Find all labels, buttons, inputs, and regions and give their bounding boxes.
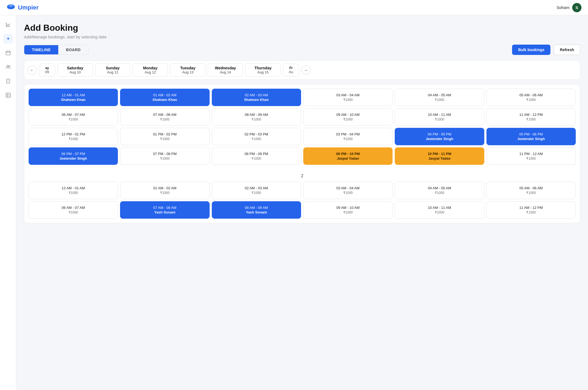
- date-cell-wed[interactable]: Wednesday Aug 14: [208, 63, 243, 77]
- tab-timeline[interactable]: TIMELINE: [24, 45, 58, 54]
- date-cell-partial-prev[interactable]: ay 09: [39, 64, 55, 76]
- svg-point-6: [9, 66, 10, 67]
- date-cell-thu[interactable]: Thursday Aug 15: [245, 63, 281, 77]
- sidebar-icon-calendar[interactable]: [3, 48, 13, 58]
- date-cell-sat[interactable]: Saturday Aug 10: [57, 63, 93, 77]
- slot-item[interactable]: 09 AM - 10 AM₹1000: [303, 108, 393, 126]
- slot-item[interactable]: 08 AM - 09 AMYash Sonani: [212, 201, 301, 219]
- date-prev-button[interactable]: ←: [27, 66, 37, 75]
- page-title: Add Booking: [24, 23, 580, 33]
- top-navigation: Umpier Soham S: [0, 0, 588, 15]
- slot-item[interactable]: 11 AM - 12 PM₹1000: [486, 108, 576, 126]
- slot-item[interactable]: 01 PM - 02 PM₹1000: [120, 128, 209, 145]
- svg-rect-7: [7, 79, 10, 83]
- slot-item[interactable]: 07 AM - 08 AMYash Sonani: [120, 201, 209, 219]
- slot-item[interactable]: 04 AM - 05 AM₹1000: [395, 182, 484, 199]
- slot-item[interactable]: 06 AM - 07 AM₹1000: [29, 201, 118, 219]
- date-cell-mon[interactable]: Monday Aug 12: [133, 63, 168, 77]
- slot-item[interactable]: 12 AM - 01 AMShaheen Khan: [29, 89, 118, 106]
- sidebar-icon-table[interactable]: [3, 90, 13, 100]
- section-1-grid: 12 AM - 01 AMShaheen Khan01 AM - 02 AMSh…: [24, 89, 580, 169]
- slot-item[interactable]: 10 AM - 11 AM₹1000: [395, 201, 484, 219]
- main-content: Add Booking Add/Manage bookings, start b…: [16, 15, 588, 390]
- section1-slot-grid: 12 AM - 01 AMShaheen Khan01 AM - 02 AMSh…: [29, 89, 576, 165]
- slot-item[interactable]: 05 PM - 06 PMJeetender Singh: [486, 128, 576, 145]
- slot-item[interactable]: 08 AM - 09 AM₹1000: [212, 108, 301, 126]
- svg-point-2: [10, 5, 12, 7]
- slot-item[interactable]: 07 PM - 08 PM₹1000: [120, 147, 209, 165]
- svg-rect-4: [6, 51, 10, 55]
- date-cell-partial-next[interactable]: Fr Au: [283, 64, 299, 76]
- slot-item[interactable]: 11 PM - 12 AM₹1000: [486, 147, 576, 165]
- slot-item[interactable]: 06 AM - 07 AM₹1000: [29, 108, 118, 126]
- section-2-grid: 12 AM - 01 AM₹100001 AM - 02 AM₹100002 A…: [24, 182, 580, 223]
- action-buttons: Bulk bookings Refresh: [512, 45, 580, 55]
- date-navigation: ← ay 09 Saturday Aug 10 Sunday Aug 11 Mo…: [24, 60, 580, 80]
- slot-item[interactable]: 04 AM - 05 AM₹1000: [395, 89, 484, 106]
- slot-item[interactable]: 05 AM - 06 AM₹1000: [486, 182, 576, 199]
- sidebar-icon-users[interactable]: [3, 62, 13, 72]
- slot-item[interactable]: 10 PM - 11 PMJaspal Yadav: [395, 147, 484, 165]
- sidebar-icon-chart[interactable]: [3, 20, 13, 29]
- sidebar-icon-clipboard[interactable]: [3, 76, 13, 86]
- timeline-container: 12 AM - 01 AMShaheen Khan01 AM - 02 AMSh…: [24, 84, 580, 223]
- bulk-bookings-button[interactable]: Bulk bookings: [512, 45, 550, 55]
- slot-item[interactable]: 09 PM - 10 PMJaspal Yadav: [303, 147, 393, 165]
- avatar[interactable]: S: [572, 3, 581, 12]
- slot-item[interactable]: 02 PM - 03 PM₹1000: [212, 128, 301, 145]
- slot-item[interactable]: 12 AM - 01 AM₹1000: [29, 182, 118, 199]
- tab-board[interactable]: BOARD: [58, 45, 88, 54]
- username: Soham: [556, 5, 569, 10]
- page-subtitle: Add/Manage bookings, start by selecting …: [24, 35, 580, 39]
- slot-item[interactable]: 11 AM - 12 PM₹1000: [486, 201, 576, 219]
- slot-item[interactable]: 01 AM - 02 AMShaheen Khan: [120, 89, 209, 106]
- svg-point-5: [7, 65, 8, 67]
- sidebar-icon-add[interactable]: [3, 34, 13, 44]
- slot-item[interactable]: 07 AM - 08 AM₹1000: [120, 108, 209, 126]
- brand-area: Umpier: [7, 3, 39, 12]
- slot-item[interactable]: 03 AM - 04 AM₹1000: [303, 89, 393, 106]
- slot-item[interactable]: 02 AM - 03 AM₹1000: [212, 182, 301, 199]
- tabs-row: TIMELINE BOARD Bulk bookings Refresh: [24, 45, 580, 55]
- slot-item[interactable]: 03 AM - 04 AM₹1000: [303, 182, 393, 199]
- slot-item[interactable]: 10 AM - 11 AM₹1000: [395, 108, 484, 126]
- slot-item[interactable]: 04 PM - 05 PMJeetender Singh: [395, 128, 484, 145]
- logo-icon: [7, 3, 15, 12]
- slot-item[interactable]: 01 AM - 02 AM₹1000: [120, 182, 209, 199]
- section-2-label: 2: [24, 169, 580, 182]
- slot-item[interactable]: 02 AM - 03 AMShaheen Khan: [212, 89, 301, 106]
- date-next-button[interactable]: →: [301, 66, 311, 75]
- date-cell-sun[interactable]: Sunday Aug 11: [95, 63, 130, 77]
- view-tabs: TIMELINE BOARD: [24, 45, 88, 55]
- slot-item[interactable]: 05 AM - 06 AM₹1000: [486, 89, 576, 106]
- slot-item[interactable]: 03 PM - 04 PM₹1000: [303, 128, 393, 145]
- section2-slot-grid: 12 AM - 01 AM₹100001 AM - 02 AM₹100002 A…: [29, 182, 576, 219]
- slot-item[interactable]: 06 PM - 07 PMJeetender Singh: [29, 147, 118, 165]
- slot-item[interactable]: 08 PM - 09 PM₹1000: [212, 147, 301, 165]
- svg-rect-8: [6, 93, 10, 97]
- refresh-button[interactable]: Refresh: [554, 45, 580, 55]
- brand-name: Umpier: [18, 4, 39, 11]
- sidebar: [0, 15, 16, 390]
- slot-item[interactable]: 09 AM - 10 AM₹1000: [303, 201, 393, 219]
- slot-item[interactable]: 12 PM - 01 PM₹1000: [29, 128, 118, 145]
- user-area: Soham S: [556, 3, 581, 12]
- date-cell-tue[interactable]: Tuesday Aug 13: [170, 63, 206, 77]
